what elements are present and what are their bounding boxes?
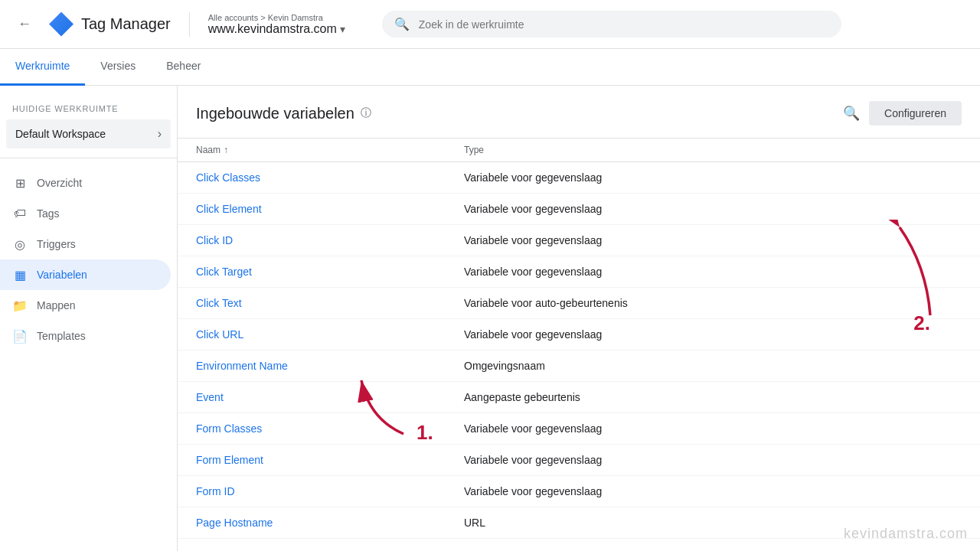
cell-naam: Click Text bbox=[196, 297, 464, 309]
sidebar-item-variabelen[interactable]: ▦ Variabelen bbox=[0, 259, 171, 290]
table-row: Form Classes Variabele voor gegevenslaag bbox=[178, 413, 980, 445]
cell-type: Variabele voor auto-gebeurtenenis bbox=[464, 297, 962, 309]
cell-naam: Click Target bbox=[196, 266, 464, 278]
workspace-chevron-icon: › bbox=[158, 127, 162, 141]
tab-beheer[interactable]: Beheer bbox=[151, 49, 216, 86]
tags-icon: 🏷 bbox=[12, 206, 28, 221]
cell-naam: Click Element bbox=[196, 203, 464, 215]
table-row: Environment Name Omgevingsnaam bbox=[178, 350, 980, 382]
cell-naam: Page Hostname bbox=[196, 517, 464, 529]
cell-naam: Click URL bbox=[196, 328, 464, 341]
topbar-divider bbox=[189, 12, 190, 37]
table-row: Event Aangepaste gebeurtenis bbox=[178, 382, 980, 413]
sort-icon[interactable]: ↑ bbox=[224, 145, 228, 155]
variable-link[interactable]: Form Element bbox=[196, 454, 263, 466]
cell-type: Variabele voor gegevenslaag bbox=[464, 422, 962, 435]
nav-tabs: Werkruimte Versies Beheer bbox=[0, 49, 980, 86]
variable-link[interactable]: Form Classes bbox=[196, 422, 262, 435]
variable-link[interactable]: Click Element bbox=[196, 203, 262, 215]
cell-naam: Form Classes bbox=[196, 422, 464, 435]
search-icon[interactable]: 🔍 bbox=[843, 105, 860, 122]
header-actions: 🔍 Configureren bbox=[843, 101, 962, 126]
cell-type: Omgevingsnaam bbox=[464, 360, 962, 372]
cell-naam: Click Classes bbox=[196, 171, 464, 184]
domain-selector[interactable]: www.kevindamstra.com ▾ bbox=[208, 22, 345, 36]
sidebar: HUIDIGE WERKRUIMTE Default Workspace › ⊞… bbox=[0, 86, 178, 551]
content-wrapper: Ingebouwde variabelen ⓘ 🔍 Configureren N… bbox=[178, 86, 980, 551]
variable-link[interactable]: Click Classes bbox=[196, 171, 260, 184]
cell-naam: Environment Name bbox=[196, 360, 464, 372]
variable-link[interactable]: Click URL bbox=[196, 328, 243, 341]
variable-link[interactable]: Click ID bbox=[196, 234, 233, 246]
search-bar[interactable]: 🔍 bbox=[382, 11, 841, 37]
overview-icon: ⊞ bbox=[12, 175, 28, 191]
sidebar-item-label: Triggers bbox=[37, 238, 76, 250]
cell-naam: Event bbox=[196, 391, 464, 403]
variable-link[interactable]: Page Hostname bbox=[196, 517, 273, 529]
sidebar-item-mappen[interactable]: 📁 Mappen bbox=[0, 290, 171, 321]
breadcrumb: Alle accounts > Kevin Damstra bbox=[208, 13, 345, 22]
app-title: Tag Manager bbox=[81, 15, 171, 33]
variabelen-header: Ingebouwde variabelen ⓘ 🔍 Configureren bbox=[178, 86, 980, 139]
sidebar-section-label: HUIDIGE WERKRUIMTE bbox=[0, 98, 177, 116]
table-row: Click Element Variabele voor gegevenslaa… bbox=[178, 194, 980, 225]
account-info: Alle accounts > Kevin Damstra www.kevind… bbox=[208, 13, 345, 36]
table-row: Click ID Variabele voor gegevenslaag bbox=[178, 225, 980, 256]
table-row: Click URL Variabele voor gegevenslaag bbox=[178, 319, 980, 350]
sidebar-item-label: Variabelen bbox=[37, 269, 87, 281]
variabelen-title-text: Ingebouwde variabelen bbox=[196, 105, 354, 122]
table-row: Click Classes Variabele voor gegevenslaa… bbox=[178, 162, 980, 194]
cell-type: Variabele voor gegevenslaag bbox=[464, 328, 962, 341]
cell-type: Variabele voor gegevenslaag bbox=[464, 454, 962, 466]
cell-type: Aangepaste gebeurtenis bbox=[464, 391, 962, 403]
sidebar-item-label: Overzicht bbox=[37, 177, 82, 189]
templates-icon: 📄 bbox=[12, 328, 28, 344]
variable-link[interactable]: Environment Name bbox=[196, 360, 288, 372]
cell-type: Variabele voor gegevenslaag bbox=[464, 485, 962, 497]
sidebar-item-templates[interactable]: 📄 Templates bbox=[0, 321, 171, 351]
table-header: Naam ↑ Type bbox=[178, 139, 980, 162]
sidebar-item-overzicht[interactable]: ⊞ Overzicht bbox=[0, 168, 171, 198]
workspace-selector[interactable]: Default Workspace › bbox=[6, 119, 171, 148]
cell-naam: Click ID bbox=[196, 234, 464, 246]
sidebar-item-triggers[interactable]: ◎ Triggers bbox=[0, 229, 171, 259]
content: Ingebouwde variabelen ⓘ 🔍 Configureren N… bbox=[178, 86, 980, 539]
info-icon[interactable]: ⓘ bbox=[361, 106, 371, 120]
logo: Tag Manager bbox=[49, 12, 171, 37]
search-icon: 🔍 bbox=[394, 17, 410, 31]
triggers-icon: ◎ bbox=[12, 236, 28, 252]
topbar: ← Tag Manager Alle accounts > Kevin Dams… bbox=[0, 0, 980, 49]
sidebar-item-label: Mappen bbox=[37, 299, 76, 311]
configureren-button[interactable]: Configureren bbox=[869, 101, 962, 126]
tab-versies[interactable]: Versies bbox=[85, 49, 151, 86]
chevron-down-icon: ▾ bbox=[340, 23, 345, 35]
main-layout: HUIDIGE WERKRUIMTE Default Workspace › ⊞… bbox=[0, 86, 980, 551]
workspace-name: Default Workspace bbox=[15, 128, 106, 140]
table-row: Click Target Variabele voor gegevenslaag bbox=[178, 256, 980, 288]
table-body: Click Classes Variabele voor gegevenslaa… bbox=[178, 162, 980, 539]
search-input[interactable] bbox=[419, 18, 829, 31]
cell-type: Variabele voor gegevenslaag bbox=[464, 234, 962, 246]
mappen-icon: 📁 bbox=[12, 298, 28, 313]
tab-werkruimte[interactable]: Werkruimte bbox=[0, 49, 85, 86]
logo-diamond-icon bbox=[49, 12, 74, 37]
sidebar-item-label: Templates bbox=[37, 330, 86, 342]
variabelen-title: Ingebouwde variabelen ⓘ bbox=[196, 105, 371, 122]
back-button[interactable]: ← bbox=[12, 12, 37, 37]
col-type-header: Type bbox=[464, 145, 962, 155]
cell-naam: Form ID bbox=[196, 485, 464, 497]
col-naam-header: Naam ↑ bbox=[196, 145, 464, 155]
sidebar-divider bbox=[0, 158, 177, 158]
variable-link[interactable]: Form ID bbox=[196, 485, 235, 497]
table-row: Click Text Variabele voor auto-gebeurten… bbox=[178, 288, 980, 319]
variable-link[interactable]: Event bbox=[196, 391, 224, 403]
variable-link[interactable]: Click Text bbox=[196, 297, 242, 309]
cell-naam: Form Element bbox=[196, 454, 464, 466]
sidebar-item-label: Tags bbox=[37, 207, 60, 220]
cell-type: Variabele voor gegevenslaag bbox=[464, 266, 962, 278]
cell-type: Variabele voor gegevenslaag bbox=[464, 171, 962, 184]
table-row: Form ID Variabele voor gegevenslaag bbox=[178, 476, 980, 507]
cell-type: Variabele voor gegevenslaag bbox=[464, 203, 962, 215]
variable-link[interactable]: Click Target bbox=[196, 266, 252, 278]
sidebar-item-tags[interactable]: 🏷 Tags bbox=[0, 198, 171, 229]
